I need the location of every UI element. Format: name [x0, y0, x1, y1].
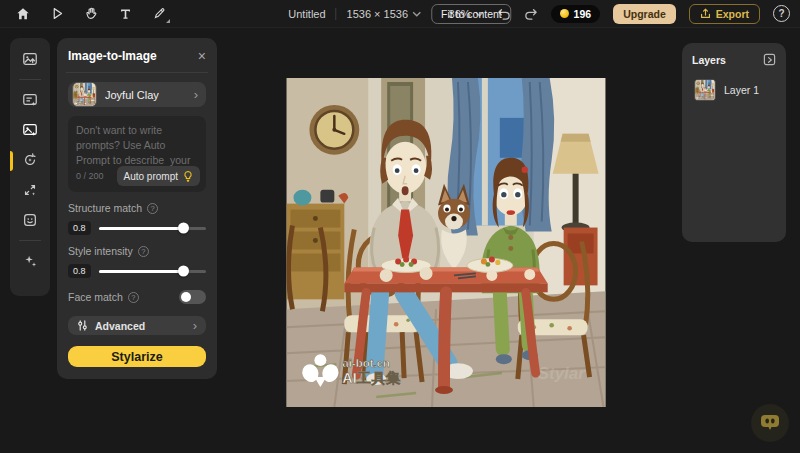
style-intensity-slider-row: 0.8: [68, 264, 206, 278]
help-button[interactable]: ?: [773, 5, 790, 22]
text-icon: [119, 7, 132, 20]
advanced-button[interactable]: Advanced ›: [68, 316, 206, 335]
info-icon[interactable]: ?: [128, 292, 139, 303]
top-bar: Untitled 1536 × 1536 Fit to content 36% …: [0, 0, 800, 28]
left-tool-rail: [10, 38, 50, 296]
style-intensity-label: Style intensity ?: [68, 245, 206, 257]
layer-thumbnail: [694, 79, 716, 101]
home-icon: [16, 7, 30, 21]
upload-image-button[interactable]: [16, 46, 44, 72]
effects-button[interactable]: [16, 248, 44, 274]
select-tool-button[interactable]: [44, 3, 70, 25]
slider-thumb[interactable]: [178, 266, 189, 277]
prompt-input[interactable]: [76, 123, 198, 168]
draw-tool-button[interactable]: [146, 3, 172, 25]
tool-group: [10, 3, 172, 25]
layer-name: Layer 1: [724, 84, 759, 96]
export-button[interactable]: Export: [689, 4, 760, 24]
face-icon: [22, 212, 38, 228]
auto-prompt-button[interactable]: Auto prompt: [117, 166, 200, 186]
char-counter: 0 / 200: [76, 171, 104, 181]
pen-icon: [153, 7, 166, 20]
upscale-button[interactable]: [16, 177, 44, 203]
redo-button[interactable]: [524, 8, 538, 20]
chat-bubble-icon: [759, 413, 781, 433]
rail-divider: [19, 79, 41, 80]
advanced-label: Advanced: [95, 320, 186, 332]
close-icon[interactable]: ×: [198, 49, 206, 63]
document-info: Untitled 1536 × 1536 Fit to content: [288, 4, 511, 24]
structure-match-value: 0.8: [68, 221, 91, 235]
sliders-icon: [77, 320, 88, 331]
hand-tool-button[interactable]: [78, 3, 104, 25]
layers-panel: Layers Layer 1: [682, 43, 786, 242]
home-button[interactable]: [10, 3, 36, 25]
restyle-icon: [22, 152, 38, 168]
lightbulb-icon: [183, 170, 193, 182]
divider: [66, 72, 208, 73]
cursor-icon: [51, 7, 64, 20]
restyle-button[interactable]: [16, 147, 44, 173]
chevron-down-icon: [412, 11, 421, 17]
info-icon[interactable]: ?: [147, 203, 158, 214]
text-to-image-icon: [22, 92, 38, 108]
info-icon[interactable]: ?: [138, 246, 149, 257]
rail-divider: [19, 240, 41, 241]
canvas-image[interactable]: [286, 78, 606, 407]
active-tool-indicator: [10, 151, 13, 171]
upload-image-icon: [22, 51, 38, 67]
face-match-label: Face match ?: [68, 291, 139, 303]
credits-count: 196: [574, 8, 592, 20]
upgrade-button[interactable]: Upgrade: [613, 4, 676, 24]
structure-match-label: Structure match ?: [68, 202, 206, 214]
canvas-size-value: 1536 × 1536: [347, 8, 408, 20]
submenu-caret: [166, 19, 170, 23]
layer-item[interactable]: Layer 1: [692, 77, 776, 103]
sparkles-icon: [22, 253, 38, 269]
style-name: Joyful Clay: [105, 89, 186, 101]
image-to-image-button[interactable]: [16, 117, 44, 143]
structure-match-slider[interactable]: [99, 227, 206, 230]
redo-icon: [524, 8, 538, 20]
export-icon: [700, 8, 711, 19]
style-thumbnail: [72, 82, 97, 107]
text-to-image-button[interactable]: [16, 87, 44, 113]
panel-title: Image-to-Image: [68, 49, 157, 63]
style-intensity-slider[interactable]: [99, 270, 206, 273]
style-intensity-value: 0.8: [68, 264, 91, 278]
hand-icon: [85, 7, 98, 20]
text-tool-button[interactable]: [112, 3, 138, 25]
stylarize-button[interactable]: Stylarize: [68, 346, 206, 367]
export-label: Export: [716, 8, 749, 20]
workspace: Image-to-Image × Joyful Clay › 0 / 200 A…: [0, 28, 800, 453]
canvas-size-dropdown[interactable]: 1536 × 1536: [347, 8, 421, 20]
separator: [336, 8, 337, 20]
face-match-row: Face match ?: [68, 290, 206, 304]
chat-support-button[interactable]: [751, 404, 789, 442]
document-title[interactable]: Untitled: [288, 8, 325, 20]
image-to-image-icon: [22, 122, 38, 138]
credits-badge[interactable]: 196: [551, 5, 601, 23]
structure-match-slider-row: 0.8: [68, 221, 206, 235]
chevron-right-icon: ›: [193, 319, 197, 332]
chevron-right-icon: ›: [194, 88, 198, 101]
auto-prompt-label: Auto prompt: [124, 171, 178, 182]
layers-title: Layers: [692, 54, 726, 66]
style-selector[interactable]: Joyful Clay ›: [68, 82, 206, 107]
fit-to-content-button[interactable]: Fit to content: [431, 4, 512, 24]
toggle-knob: [181, 292, 191, 302]
slider-thumb[interactable]: [178, 223, 189, 234]
upscale-icon: [22, 182, 38, 198]
face-match-toggle[interactable]: [179, 290, 206, 304]
image-to-image-panel: Image-to-Image × Joyful Clay › 0 / 200 A…: [57, 38, 217, 379]
collapse-panel-icon[interactable]: [763, 53, 776, 66]
prompt-container: 0 / 200 Auto prompt: [68, 116, 206, 192]
face-tools-button[interactable]: [16, 207, 44, 233]
coin-icon: [560, 9, 569, 18]
